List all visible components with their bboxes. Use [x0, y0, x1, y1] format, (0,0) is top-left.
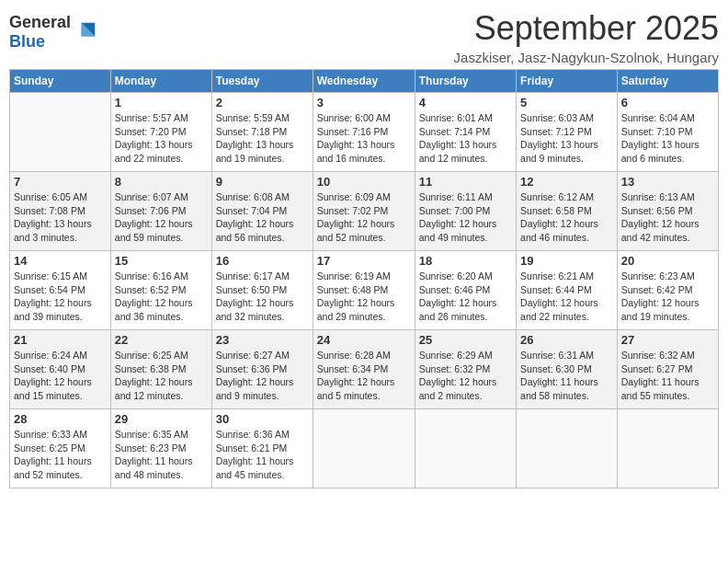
calendar-week-row: 21Sunrise: 6:24 AM Sunset: 6:40 PM Dayli…: [10, 330, 719, 409]
weekday-header: Tuesday: [211, 70, 313, 93]
day-number: 23: [216, 333, 309, 347]
weekday-header: Sunday: [10, 70, 111, 93]
calendar-cell: 10Sunrise: 6:09 AM Sunset: 7:02 PM Dayli…: [313, 172, 415, 251]
month-title: September 2025: [454, 9, 719, 48]
logo: General Blue: [9, 13, 98, 52]
calendar-cell: 23Sunrise: 6:27 AM Sunset: 6:36 PM Dayli…: [211, 330, 313, 409]
calendar-cell: 14Sunrise: 6:15 AM Sunset: 6:54 PM Dayli…: [10, 251, 111, 330]
day-info: Sunrise: 6:25 AM Sunset: 6:38 PM Dayligh…: [115, 349, 208, 403]
calendar-cell: [415, 409, 516, 488]
day-number: 19: [520, 254, 613, 268]
calendar-cell: 12Sunrise: 6:12 AM Sunset: 6:58 PM Dayli…: [517, 172, 618, 251]
day-number: 10: [317, 175, 411, 189]
calendar-cell: [10, 93, 111, 172]
calendar-cell: 3Sunrise: 6:00 AM Sunset: 7:16 PM Daylig…: [313, 93, 415, 172]
calendar-cell: 9Sunrise: 6:08 AM Sunset: 7:04 PM Daylig…: [211, 172, 313, 251]
day-number: 20: [621, 254, 714, 268]
day-number: 1: [115, 96, 208, 109]
day-info: Sunrise: 6:16 AM Sunset: 6:52 PM Dayligh…: [115, 270, 208, 324]
day-number: 22: [115, 333, 208, 347]
day-number: 5: [520, 96, 613, 109]
day-number: 13: [621, 175, 714, 189]
subtitle: Jaszkiser, Jasz-Nagykun-Szolnok, Hungary: [454, 50, 719, 65]
header-row: SundayMondayTuesdayWednesdayThursdayFrid…: [10, 70, 719, 93]
day-number: 29: [115, 412, 208, 426]
logo-blue: Blue: [9, 32, 45, 51]
day-number: 28: [14, 412, 107, 426]
calendar-cell: 18Sunrise: 6:20 AM Sunset: 6:46 PM Dayli…: [415, 251, 516, 330]
day-number: 9: [216, 175, 309, 189]
weekday-header: Monday: [110, 70, 211, 93]
day-info: Sunrise: 5:57 AM Sunset: 7:20 PM Dayligh…: [115, 111, 208, 166]
day-number: 12: [520, 175, 613, 189]
weekday-header: Thursday: [415, 70, 516, 93]
day-info: Sunrise: 5:59 AM Sunset: 7:18 PM Dayligh…: [216, 111, 309, 166]
day-info: Sunrise: 6:28 AM Sunset: 6:34 PM Dayligh…: [317, 349, 411, 403]
calendar-cell: 24Sunrise: 6:28 AM Sunset: 6:34 PM Dayli…: [313, 330, 415, 409]
calendar-cell: 7Sunrise: 6:05 AM Sunset: 7:08 PM Daylig…: [10, 172, 111, 251]
calendar-cell: 4Sunrise: 6:01 AM Sunset: 7:14 PM Daylig…: [415, 93, 516, 172]
day-info: Sunrise: 6:29 AM Sunset: 6:32 PM Dayligh…: [419, 349, 512, 403]
day-number: 4: [419, 96, 512, 109]
calendar-table: SundayMondayTuesdayWednesdayThursdayFrid…: [9, 69, 719, 488]
calendar-cell: 20Sunrise: 6:23 AM Sunset: 6:42 PM Dayli…: [617, 251, 718, 330]
day-number: 30: [216, 412, 309, 426]
day-info: Sunrise: 6:19 AM Sunset: 6:48 PM Dayligh…: [317, 270, 411, 324]
calendar-cell: 26Sunrise: 6:31 AM Sunset: 6:30 PM Dayli…: [517, 330, 618, 409]
weekday-header: Friday: [517, 70, 618, 93]
calendar-cell: [617, 409, 718, 488]
day-number: 8: [115, 175, 208, 189]
day-number: 14: [14, 254, 107, 268]
day-info: Sunrise: 6:36 AM Sunset: 6:21 PM Dayligh…: [216, 428, 309, 482]
day-info: Sunrise: 6:01 AM Sunset: 7:14 PM Dayligh…: [419, 111, 512, 166]
calendar-cell: 1Sunrise: 5:57 AM Sunset: 7:20 PM Daylig…: [110, 93, 211, 172]
calendar-cell: 11Sunrise: 6:11 AM Sunset: 7:00 PM Dayli…: [415, 172, 516, 251]
day-info: Sunrise: 6:20 AM Sunset: 6:46 PM Dayligh…: [419, 270, 512, 324]
logo-general: General: [9, 13, 71, 31]
day-info: Sunrise: 6:35 AM Sunset: 6:23 PM Dayligh…: [115, 428, 208, 482]
calendar-cell: [517, 409, 618, 488]
title-section: September 2025 Jaszkiser, Jasz-Nagykun-S…: [454, 9, 719, 65]
calendar-week-row: 7Sunrise: 6:05 AM Sunset: 7:08 PM Daylig…: [10, 172, 719, 251]
day-number: 16: [216, 254, 309, 268]
calendar-cell: 21Sunrise: 6:24 AM Sunset: 6:40 PM Dayli…: [10, 330, 111, 409]
calendar-week-row: 28Sunrise: 6:33 AM Sunset: 6:25 PM Dayli…: [10, 409, 719, 488]
calendar-cell: 27Sunrise: 6:32 AM Sunset: 6:27 PM Dayli…: [617, 330, 718, 409]
day-number: 6: [621, 96, 714, 109]
day-number: 15: [115, 254, 208, 268]
calendar-cell: 28Sunrise: 6:33 AM Sunset: 6:25 PM Dayli…: [10, 409, 111, 488]
day-info: Sunrise: 6:32 AM Sunset: 6:27 PM Dayligh…: [621, 349, 714, 403]
day-info: Sunrise: 6:24 AM Sunset: 6:40 PM Dayligh…: [14, 349, 107, 403]
day-info: Sunrise: 6:11 AM Sunset: 7:00 PM Dayligh…: [419, 190, 512, 245]
calendar-cell: 8Sunrise: 6:07 AM Sunset: 7:06 PM Daylig…: [110, 172, 211, 251]
day-info: Sunrise: 6:31 AM Sunset: 6:30 PM Dayligh…: [520, 349, 613, 403]
day-info: Sunrise: 6:15 AM Sunset: 6:54 PM Dayligh…: [14, 270, 107, 324]
day-info: Sunrise: 6:00 AM Sunset: 7:16 PM Dayligh…: [317, 111, 411, 166]
day-info: Sunrise: 6:17 AM Sunset: 6:50 PM Dayligh…: [216, 270, 309, 324]
calendar-cell: 15Sunrise: 6:16 AM Sunset: 6:52 PM Dayli…: [110, 251, 211, 330]
day-info: Sunrise: 6:07 AM Sunset: 7:06 PM Dayligh…: [115, 190, 208, 245]
day-info: Sunrise: 6:04 AM Sunset: 7:10 PM Dayligh…: [621, 111, 714, 166]
day-number: 25: [419, 333, 512, 347]
day-number: 7: [14, 175, 107, 189]
calendar-cell: 6Sunrise: 6:04 AM Sunset: 7:10 PM Daylig…: [617, 93, 718, 172]
calendar-week-row: 14Sunrise: 6:15 AM Sunset: 6:54 PM Dayli…: [10, 251, 719, 330]
calendar-cell: 17Sunrise: 6:19 AM Sunset: 6:48 PM Dayli…: [313, 251, 415, 330]
day-number: 11: [419, 175, 512, 189]
calendar-cell: 19Sunrise: 6:21 AM Sunset: 6:44 PM Dayli…: [517, 251, 618, 330]
day-info: Sunrise: 6:05 AM Sunset: 7:08 PM Dayligh…: [14, 190, 107, 245]
day-info: Sunrise: 6:33 AM Sunset: 6:25 PM Dayligh…: [14, 428, 107, 482]
calendar-cell: 22Sunrise: 6:25 AM Sunset: 6:38 PM Dayli…: [110, 330, 211, 409]
calendar-cell: 29Sunrise: 6:35 AM Sunset: 6:23 PM Dayli…: [110, 409, 211, 488]
day-number: 3: [317, 96, 411, 109]
day-info: Sunrise: 6:27 AM Sunset: 6:36 PM Dayligh…: [216, 349, 309, 403]
day-info: Sunrise: 6:03 AM Sunset: 7:12 PM Dayligh…: [520, 111, 613, 166]
day-number: 2: [216, 96, 309, 109]
day-info: Sunrise: 6:23 AM Sunset: 6:42 PM Dayligh…: [621, 270, 714, 324]
day-info: Sunrise: 6:08 AM Sunset: 7:04 PM Dayligh…: [216, 190, 309, 245]
calendar-cell: 16Sunrise: 6:17 AM Sunset: 6:50 PM Dayli…: [211, 251, 313, 330]
day-number: 18: [419, 254, 512, 268]
weekday-header: Wednesday: [313, 70, 415, 93]
logo-icon: [73, 19, 98, 45]
day-info: Sunrise: 6:09 AM Sunset: 7:02 PM Dayligh…: [317, 190, 411, 245]
